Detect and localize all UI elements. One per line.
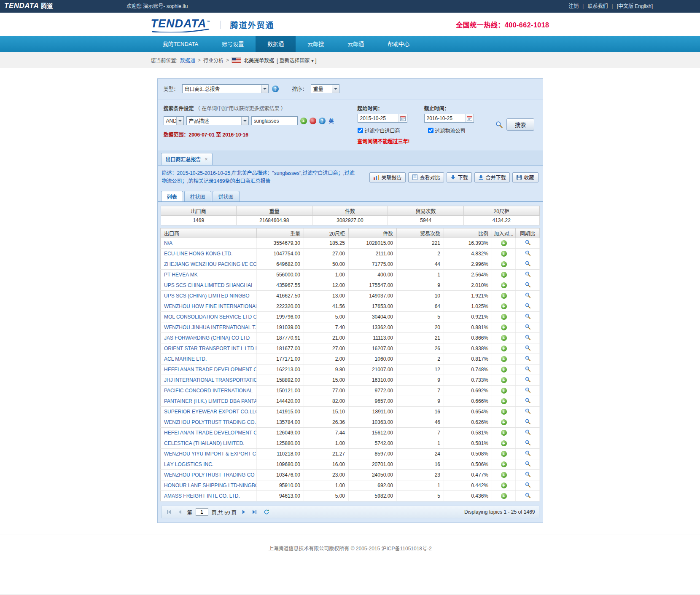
exporter-link[interactable]: JAS FORWARDING (CHINA) CO LTD: [164, 335, 250, 341]
magnifier-icon[interactable]: [525, 408, 530, 414]
exporter-link[interactable]: JHJ INTERNATIONAL TRANSPORTATIO...: [164, 377, 257, 383]
magnifier-icon[interactable]: [525, 292, 530, 298]
magnifier-icon[interactable]: [525, 303, 530, 308]
exporter-link[interactable]: ACL MARINE LTD.: [164, 356, 207, 362]
add-condition-icon[interactable]: [300, 118, 307, 124]
nav-item-2[interactable]: 账号设置: [210, 36, 256, 52]
magnifier-icon[interactable]: [525, 482, 530, 488]
end-date-input[interactable]: [425, 115, 465, 121]
add-to-compare-icon[interactable]: [501, 282, 507, 288]
first-page-button[interactable]: [165, 508, 173, 516]
add-to-compare-icon[interactable]: [501, 261, 507, 267]
add-to-compare-icon[interactable]: [501, 430, 507, 436]
add-to-compare-icon[interactable]: [501, 461, 507, 467]
exporter-link[interactable]: WENZHOU YIYU IMPORT & EXPORT C...: [164, 451, 257, 457]
magnifier-icon[interactable]: [525, 461, 530, 466]
exporter-link[interactable]: UPS SCS (CHINA) LIMITED NINGBO: [164, 293, 250, 299]
help-icon[interactable]: [319, 118, 326, 124]
remove-condition-icon[interactable]: [310, 118, 316, 124]
add-to-compare-icon[interactable]: [501, 346, 507, 351]
exporter-link[interactable]: MOL CONSOLIDATION SERVICE LTD O/B: [164, 314, 257, 320]
sort-select[interactable]: 重量: [311, 84, 339, 93]
checkbox-input[interactable]: [428, 128, 433, 133]
exporter-link[interactable]: HONOUR LANE SHIPPING LTD-NINGBO: [164, 482, 257, 488]
add-to-compare-icon[interactable]: [501, 293, 507, 299]
magnifier-icon[interactable]: [525, 366, 530, 372]
exporter-link[interactable]: HEFEI ANAN TRADE DEVELOPMENT CO...: [164, 430, 257, 436]
view-tab-2[interactable]: 柱状图: [184, 191, 211, 201]
add-to-compare-icon[interactable]: [501, 324, 507, 330]
magnifier-icon[interactable]: [525, 261, 530, 266]
boolean-operator-select[interactable]: AND: [164, 116, 184, 125]
add-to-compare-icon[interactable]: [501, 388, 507, 394]
add-to-compare-icon[interactable]: [501, 472, 507, 478]
exporter-link[interactable]: WENZHOU POLYTRUST TRADING CO., ...: [164, 419, 257, 425]
nav-item-3[interactable]: 数据通: [256, 36, 296, 52]
exporter-link[interactable]: WENZHOU HOW FINE INTERNATIONAL...: [164, 303, 257, 309]
magnifier-icon[interactable]: [525, 250, 530, 256]
topbar-link-3[interactable]: [中文版 English]: [617, 0, 653, 13]
nav-item-1[interactable]: 我的TENDATA: [151, 36, 210, 52]
exporter-link[interactable]: PANTAINER (H.K.) LIMITED DBA PANTAI: [164, 398, 257, 404]
exporter-link[interactable]: ZHEJIANG WENZHOU PACKING I/E CORP.: [164, 261, 257, 267]
view-tab-3[interactable]: 饼状图: [213, 191, 240, 201]
magnifier-icon[interactable]: [525, 398, 530, 403]
magnifier-icon[interactable]: [525, 356, 530, 361]
action-button-1[interactable]: 关联报告: [369, 172, 406, 182]
nav-item-5[interactable]: 云邮通: [336, 36, 376, 52]
exporter-link[interactable]: SUPERIOR EYEWEAR EXPORT CO.LLC: [164, 409, 257, 415]
add-to-compare-icon[interactable]: [501, 440, 507, 446]
last-page-button[interactable]: [251, 508, 258, 516]
exporter-link[interactable]: PT HEVEA MK: [164, 272, 198, 278]
page-number-input[interactable]: [196, 508, 208, 516]
calendar-icon[interactable]: [398, 114, 407, 122]
add-to-compare-icon[interactable]: [501, 314, 507, 320]
magnifier-icon[interactable]: [525, 324, 530, 330]
start-date-input[interactable]: [358, 115, 398, 121]
magnifier-icon[interactable]: [525, 450, 530, 456]
exporter-link[interactable]: L&Y LOGISTICS INC.: [164, 461, 213, 467]
magnifier-icon[interactable]: [525, 271, 530, 277]
action-button-4[interactable]: 合并下载: [474, 172, 510, 182]
magnifier-icon[interactable]: [525, 440, 530, 445]
view-tab-1[interactable]: 列表: [161, 191, 183, 201]
action-button-2[interactable]: 查看对比: [408, 172, 444, 182]
add-to-compare-icon[interactable]: [501, 493, 507, 499]
magnifier-icon[interactable]: [525, 387, 530, 393]
add-to-compare-icon[interactable]: [501, 377, 507, 383]
breadcrumb-datatong-link[interactable]: 数据通: [180, 56, 195, 64]
add-to-compare-icon[interactable]: [501, 367, 507, 373]
exporter-link[interactable]: N/A: [164, 240, 172, 246]
action-button-3[interactable]: 下载: [447, 172, 472, 182]
exporter-link[interactable]: ORIENT STAR TRANSPORT INT L LTD RM: [164, 346, 257, 351]
add-to-compare-icon[interactable]: [501, 335, 507, 341]
next-page-button[interactable]: [240, 508, 248, 516]
magnifier-icon[interactable]: [525, 419, 530, 424]
add-to-compare-icon[interactable]: [501, 451, 507, 457]
reselect-country-button[interactable]: [ 重新选择国家 ▾ ]: [277, 56, 317, 64]
checkbox-input[interactable]: [358, 128, 363, 133]
action-button-5[interactable]: 收藏: [512, 172, 538, 182]
nav-item-4[interactable]: 云邮搜: [296, 36, 336, 52]
search-button[interactable]: 搜索: [506, 118, 534, 131]
add-to-compare-icon[interactable]: [501, 240, 507, 246]
prev-page-button[interactable]: [176, 508, 184, 516]
filter-logistics-checkbox[interactable]: 过滤物流公司: [428, 127, 466, 134]
calendar-icon[interactable]: [465, 114, 474, 122]
add-to-compare-icon[interactable]: [501, 356, 507, 362]
add-to-compare-icon[interactable]: [501, 398, 507, 404]
magnifier-icon[interactable]: [525, 345, 530, 351]
keyword-input[interactable]: [251, 116, 298, 125]
exporter-link[interactable]: AMASS FREIGHT INTL CO. LTD.: [164, 493, 240, 499]
magnifier-icon[interactable]: [525, 377, 530, 382]
add-to-compare-icon[interactable]: [501, 251, 507, 257]
exporter-link[interactable]: CELESTICA (THAILAND) LIMITED.: [164, 440, 245, 446]
add-to-compare-icon[interactable]: [501, 303, 507, 309]
add-to-compare-icon[interactable]: [501, 409, 507, 415]
exporter-link[interactable]: HEFEI ANAN TRADE DEVELOPMENT CO...: [164, 367, 257, 373]
filter-blank-importer-checkbox[interactable]: 过滤空白进口商: [358, 127, 400, 134]
magnifier-icon[interactable]: [525, 240, 530, 245]
add-to-compare-icon[interactable]: [501, 482, 507, 488]
magnifier-icon[interactable]: [525, 282, 530, 287]
magnifier-icon[interactable]: [525, 493, 530, 498]
